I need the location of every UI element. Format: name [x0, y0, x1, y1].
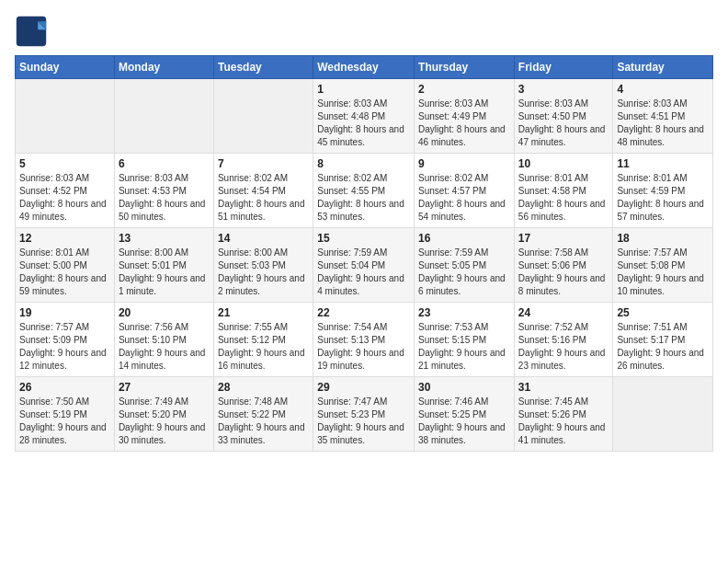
calendar-table: SundayMondayTuesdayWednesdayThursdayFrid…	[15, 55, 713, 452]
calendar-cell: 7Sunrise: 8:02 AM Sunset: 4:54 PM Daylig…	[213, 154, 313, 228]
day-number: 26	[19, 381, 110, 394]
day-info: Sunrise: 7:52 AM Sunset: 5:16 PM Dayligh…	[518, 321, 609, 373]
calendar-cell: 18Sunrise: 7:57 AM Sunset: 5:08 PM Dayli…	[613, 228, 713, 303]
calendar-cell: 24Sunrise: 7:52 AM Sunset: 5:16 PM Dayli…	[514, 303, 613, 377]
day-number: 21	[218, 306, 309, 319]
calendar-cell: 12Sunrise: 8:01 AM Sunset: 5:00 PM Dayli…	[16, 228, 115, 303]
week-row-3: 12Sunrise: 8:01 AM Sunset: 5:00 PM Dayli…	[16, 228, 713, 303]
calendar-cell: 19Sunrise: 7:57 AM Sunset: 5:09 PM Dayli…	[16, 303, 115, 377]
day-number: 10	[518, 157, 609, 170]
day-number: 5	[19, 157, 110, 170]
calendar-cell: 31Sunrise: 7:45 AM Sunset: 5:26 PM Dayli…	[514, 377, 613, 452]
day-info: Sunrise: 7:55 AM Sunset: 5:12 PM Dayligh…	[218, 321, 309, 373]
day-number: 16	[418, 232, 510, 245]
day-header-thursday: Thursday	[415, 56, 515, 79]
day-number: 15	[317, 232, 410, 245]
calendar-cell: 23Sunrise: 7:53 AM Sunset: 5:15 PM Dayli…	[415, 303, 515, 377]
day-number: 28	[218, 381, 309, 394]
svg-rect-0	[17, 17, 46, 46]
calendar-cell	[16, 79, 115, 154]
day-header-wednesday: Wednesday	[313, 56, 415, 79]
day-header-monday: Monday	[114, 56, 213, 79]
calendar-cell: 5Sunrise: 8:03 AM Sunset: 4:52 PM Daylig…	[16, 154, 115, 228]
day-info: Sunrise: 8:01 AM Sunset: 4:58 PM Dayligh…	[518, 172, 609, 224]
day-info: Sunrise: 8:03 AM Sunset: 4:53 PM Dayligh…	[119, 172, 210, 224]
day-info: Sunrise: 7:45 AM Sunset: 5:26 PM Dayligh…	[518, 396, 609, 447]
day-number: 18	[617, 232, 709, 245]
week-row-4: 19Sunrise: 7:57 AM Sunset: 5:09 PM Dayli…	[16, 303, 713, 377]
day-number: 25	[617, 306, 709, 319]
calendar-cell: 21Sunrise: 7:55 AM Sunset: 5:12 PM Dayli…	[213, 303, 313, 377]
day-number: 17	[518, 232, 609, 245]
day-number: 27	[119, 381, 210, 394]
day-info: Sunrise: 7:56 AM Sunset: 5:10 PM Dayligh…	[119, 321, 210, 373]
day-info: Sunrise: 8:00 AM Sunset: 5:01 PM Dayligh…	[119, 247, 210, 298]
calendar-cell: 25Sunrise: 7:51 AM Sunset: 5:17 PM Dayli…	[613, 303, 713, 377]
day-number: 8	[317, 157, 410, 170]
week-row-2: 5Sunrise: 8:03 AM Sunset: 4:52 PM Daylig…	[16, 154, 713, 228]
day-number: 31	[518, 381, 609, 394]
calendar-cell: 15Sunrise: 7:59 AM Sunset: 5:04 PM Dayli…	[313, 228, 415, 303]
day-number: 14	[218, 232, 309, 245]
day-number: 20	[119, 306, 210, 319]
day-info: Sunrise: 7:58 AM Sunset: 5:06 PM Dayligh…	[518, 247, 609, 298]
day-info: Sunrise: 7:57 AM Sunset: 5:08 PM Dayligh…	[617, 247, 709, 298]
day-info: Sunrise: 8:01 AM Sunset: 4:59 PM Dayligh…	[617, 172, 709, 224]
calendar-cell: 16Sunrise: 7:59 AM Sunset: 5:05 PM Dayli…	[415, 228, 515, 303]
day-info: Sunrise: 7:54 AM Sunset: 5:13 PM Dayligh…	[317, 321, 410, 373]
day-info: Sunrise: 8:03 AM Sunset: 4:50 PM Dayligh…	[518, 98, 609, 149]
day-info: Sunrise: 7:47 AM Sunset: 5:23 PM Dayligh…	[317, 396, 410, 447]
calendar-cell: 14Sunrise: 8:00 AM Sunset: 5:03 PM Dayli…	[213, 228, 313, 303]
day-header-tuesday: Tuesday	[213, 56, 313, 79]
day-number: 11	[617, 157, 709, 170]
day-info: Sunrise: 7:51 AM Sunset: 5:17 PM Dayligh…	[617, 321, 709, 373]
day-info: Sunrise: 8:02 AM Sunset: 4:57 PM Dayligh…	[418, 172, 510, 224]
calendar-cell: 3Sunrise: 8:03 AM Sunset: 4:50 PM Daylig…	[514, 79, 613, 154]
day-info: Sunrise: 7:53 AM Sunset: 5:15 PM Dayligh…	[418, 321, 510, 373]
calendar-cell: 1Sunrise: 8:03 AM Sunset: 4:48 PM Daylig…	[313, 79, 415, 154]
calendar-cell: 26Sunrise: 7:50 AM Sunset: 5:19 PM Dayli…	[16, 377, 115, 452]
calendar-cell: 30Sunrise: 7:46 AM Sunset: 5:25 PM Dayli…	[415, 377, 515, 452]
day-number: 6	[119, 157, 210, 170]
day-info: Sunrise: 7:46 AM Sunset: 5:25 PM Dayligh…	[418, 396, 510, 447]
week-row-1: 1Sunrise: 8:03 AM Sunset: 4:48 PM Daylig…	[16, 79, 713, 154]
day-number: 4	[617, 83, 709, 96]
day-number: 2	[418, 83, 510, 96]
calendar-cell: 9Sunrise: 8:02 AM Sunset: 4:57 PM Daylig…	[415, 154, 515, 228]
day-info: Sunrise: 7:57 AM Sunset: 5:09 PM Dayligh…	[19, 321, 110, 373]
page-header	[15, 15, 713, 48]
calendar-cell	[114, 79, 213, 154]
day-info: Sunrise: 8:03 AM Sunset: 4:51 PM Dayligh…	[617, 98, 709, 149]
day-number: 3	[518, 83, 609, 96]
day-number: 23	[418, 306, 510, 319]
day-header-sunday: Sunday	[16, 56, 115, 79]
calendar-cell: 11Sunrise: 8:01 AM Sunset: 4:59 PM Dayli…	[613, 154, 713, 228]
day-info: Sunrise: 8:02 AM Sunset: 4:54 PM Dayligh…	[218, 172, 309, 224]
day-info: Sunrise: 8:01 AM Sunset: 5:00 PM Dayligh…	[19, 247, 110, 298]
day-info: Sunrise: 8:03 AM Sunset: 4:49 PM Dayligh…	[418, 98, 510, 149]
day-number: 30	[418, 381, 510, 394]
day-header-friday: Friday	[514, 56, 613, 79]
day-info: Sunrise: 7:49 AM Sunset: 5:20 PM Dayligh…	[119, 396, 210, 447]
calendar-cell	[213, 79, 313, 154]
day-info: Sunrise: 8:02 AM Sunset: 4:55 PM Dayligh…	[317, 172, 410, 224]
calendar-cell: 10Sunrise: 8:01 AM Sunset: 4:58 PM Dayli…	[514, 154, 613, 228]
calendar-cell: 20Sunrise: 7:56 AM Sunset: 5:10 PM Dayli…	[114, 303, 213, 377]
calendar-cell: 2Sunrise: 8:03 AM Sunset: 4:49 PM Daylig…	[415, 79, 515, 154]
day-number: 22	[317, 306, 410, 319]
day-number: 13	[119, 232, 210, 245]
day-number: 24	[518, 306, 609, 319]
day-info: Sunrise: 7:50 AM Sunset: 5:19 PM Dayligh…	[19, 396, 110, 447]
day-info: Sunrise: 8:03 AM Sunset: 4:48 PM Dayligh…	[317, 98, 410, 149]
day-number: 9	[418, 157, 510, 170]
calendar-cell: 17Sunrise: 7:58 AM Sunset: 5:06 PM Dayli…	[514, 228, 613, 303]
calendar-cell: 4Sunrise: 8:03 AM Sunset: 4:51 PM Daylig…	[613, 79, 713, 154]
day-number: 1	[317, 83, 410, 96]
calendar-cell: 27Sunrise: 7:49 AM Sunset: 5:20 PM Dayli…	[114, 377, 213, 452]
day-info: Sunrise: 7:59 AM Sunset: 5:05 PM Dayligh…	[418, 247, 510, 298]
day-info: Sunrise: 8:00 AM Sunset: 5:03 PM Dayligh…	[218, 247, 309, 298]
day-number: 19	[19, 306, 110, 319]
calendar-cell: 29Sunrise: 7:47 AM Sunset: 5:23 PM Dayli…	[313, 377, 415, 452]
calendar-cell: 13Sunrise: 8:00 AM Sunset: 5:01 PM Dayli…	[114, 228, 213, 303]
calendar-cell: 6Sunrise: 8:03 AM Sunset: 4:53 PM Daylig…	[114, 154, 213, 228]
